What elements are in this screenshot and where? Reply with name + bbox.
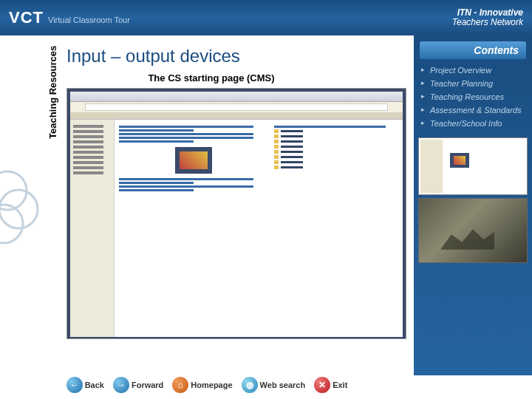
itn-logo: ITN - Innovative Teachers Network [452,8,523,27]
thumbnail-photo [418,198,528,263]
cms-sidebar [70,120,115,337]
screenshot-inner [70,92,403,335]
globe-icon: ◍ [242,377,258,393]
header: VCT Virtual Classroom Tour ITN - Innovat… [0,0,532,35]
contents-label: Contents [420,41,526,59]
exit-label: Exit [332,381,347,389]
websearch-label: Web search [260,381,306,389]
browser-addressbar [85,103,388,111]
nav-project-overview[interactable]: Project Overview [421,64,525,77]
homepage-button[interactable]: ⌂ Homepage [169,375,235,395]
vct-logo: VCT Virtual Classroom Tour [9,8,130,27]
right-panel: Contents Project Overview Teacher Planni… [414,35,532,375]
homepage-label: Homepage [191,381,232,389]
main: Input – output devices The CS starting p… [0,35,532,375]
itn-line2: Teachers Network [452,18,523,27]
thumbnail-cms [418,137,528,195]
browser-titlebar [70,92,403,102]
page-title: Input – output devices [66,46,414,66]
forward-label: Forward [132,381,163,389]
nav-teaching-resources[interactable]: Teaching Resources [421,90,525,103]
back-label: Back [85,381,104,389]
rings-decoration [0,168,44,250]
footer-nav: ← Back → Forward ⌂ Homepage ◍ Web search… [0,375,414,395]
cms-body [70,120,403,337]
nav-teacher-school-info[interactable]: Teacher/School Info [421,117,525,130]
exit-button[interactable]: ✕ Exit [311,375,350,395]
back-button[interactable]: ← Back [64,375,107,395]
back-icon: ← [66,377,83,393]
vct-subtitle: Virtual Classroom Tour [48,16,130,24]
nav-assessment-standards[interactable]: Assessment & Standards [421,103,525,117]
cms-col-left [119,124,268,332]
websearch-button[interactable]: ◍ Web search [239,375,309,395]
vertical-tab-label: Teaching Resources [47,46,58,139]
cms-col-right [274,124,398,332]
nav-teacher-planning[interactable]: Teacher Planning [421,77,525,90]
page-subtitle: The CS starting page (CMS) [9,72,414,83]
forward-button[interactable]: → Forward [110,375,166,395]
vct-abbrev: VCT [9,8,44,27]
close-icon: ✕ [314,377,330,393]
cms-main [115,120,403,337]
browser-tabsbar [70,112,403,120]
forward-icon: → [113,377,129,393]
cms-hero-image [175,147,212,174]
content-area: Input – output devices The CS starting p… [0,35,414,375]
embedded-screenshot [66,88,406,339]
home-icon: ⌂ [172,377,188,393]
contents-nav: Project Overview Teacher Planning Teachi… [414,64,532,130]
